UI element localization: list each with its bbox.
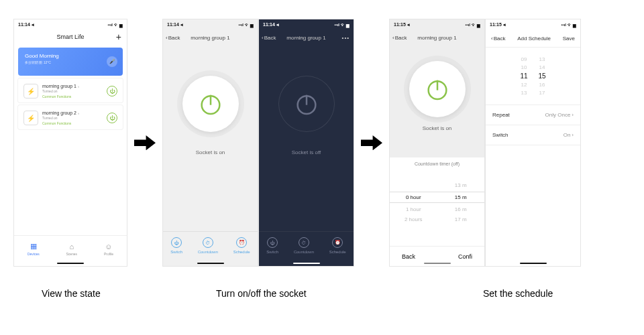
add-device-button[interactable]: +: [116, 31, 121, 42]
home-indicator: [424, 263, 451, 264]
phone-socket-off: 11:14 ◂ ••ılᯤ▆ ‹Back morning group 1 •••…: [258, 19, 354, 267]
tab-countdown[interactable]: ⏱Countdown: [294, 237, 314, 254]
app-title: Smart Life: [56, 34, 84, 40]
page-title: Add Schedule: [517, 36, 551, 42]
tab-switch[interactable]: ⏻Switch: [170, 237, 182, 254]
arrow-icon: [134, 135, 156, 150]
status-icons: ••ılᯤ▆: [107, 23, 123, 27]
power-icon: [424, 76, 451, 103]
countdown-label: Countdown timer (off): [390, 161, 484, 166]
home-indicator: [197, 263, 224, 264]
repeat-row[interactable]: Repeat Only Once›: [486, 105, 580, 125]
tab-schedule[interactable]: ⏰Schedule: [329, 237, 346, 254]
status-bar: 11:14 ◂ ••ılᯤ▆: [259, 19, 354, 30]
more-button[interactable]: •••: [342, 35, 350, 41]
greeting-text: Good Morning: [25, 53, 116, 59]
power-toggle[interactable]: [278, 76, 335, 132]
back-button[interactable]: ‹Back: [491, 36, 505, 42]
plug-icon: ⚡: [23, 84, 38, 98]
device-card-1[interactable]: ⚡ morning group 1› Turned on Common Func…: [18, 78, 123, 103]
power-toggle[interactable]: [182, 76, 239, 132]
status-bar: 11:14 ◂ ••ılᯤ▆: [14, 19, 127, 30]
device-header: ‹Back morning group 1 •••: [259, 30, 354, 45]
weather-sub: 多云转阴 图 12°C: [25, 60, 116, 64]
socket-state-label: Socket is off: [259, 149, 354, 155]
caption-schedule: Set the schedule: [483, 288, 553, 299]
tab-switch[interactable]: ⏻Switch: [266, 237, 278, 254]
chevron-left-icon: ‹: [262, 35, 264, 41]
back-button[interactable]: ‹Back: [262, 35, 276, 41]
socket-state-label: Socket is on: [390, 125, 484, 131]
weather-card[interactable]: ☀︎ Good Morning 多云转阴 图 12°C 🎤: [18, 48, 123, 76]
status-bar: 11:15 ◂ ••ılᯤ▆: [486, 19, 580, 30]
switch-row[interactable]: Switch On›: [486, 125, 580, 145]
caption-toggle: Turn on/off the socket: [216, 288, 307, 299]
repeat-label: Repeat: [492, 112, 510, 118]
status-bar: 11:14 ◂ ••ılᯤ▆: [163, 19, 258, 30]
schedule-header: ‹Back Add Schedule Save: [486, 30, 580, 48]
app-header: Smart Life +: [14, 30, 127, 44]
common-functions-link[interactable]: Common Functions: [42, 94, 103, 98]
power-toggle[interactable]: [409, 61, 466, 117]
arrow-icon: [361, 135, 382, 150]
bottom-tabs: ⏻Switch ⏱Countdown ⏰Schedule: [163, 231, 258, 266]
countdown-picker[interactable]: 0 hour 1 hour 2 hours 13 m 15 m 16 m 17 …: [390, 176, 484, 229]
device-power-button[interactable]: ⏻: [107, 113, 117, 123]
confirm-action[interactable]: Confi: [458, 253, 472, 260]
chevron-right-icon: ›: [572, 112, 574, 118]
device-power-button[interactable]: ⏻: [107, 86, 117, 96]
phone-home: 11:14 ◂ ••ılᯤ▆ Smart Life + ☀︎ Good Morn…: [13, 19, 127, 267]
switch-label: Switch: [492, 132, 508, 138]
chevron-right-icon: ›: [78, 84, 79, 88]
phone-countdown: 11:15 ◂ ••ılᯤ▆ ‹Back morning group 1 Soc…: [389, 19, 485, 267]
power-icon: [197, 90, 224, 117]
device-header: ‹Back morning group 1: [390, 30, 484, 45]
bottom-tabs: ⏻Switch ⏱Countdown ⏰Schedule: [259, 231, 354, 266]
device-header: ‹Back morning group 1: [163, 30, 258, 45]
back-button[interactable]: ‹Back: [392, 35, 407, 41]
time-picker[interactable]: 09 10 11 12 13 13 14 15 16 17: [486, 48, 580, 105]
home-indicator: [293, 263, 320, 264]
tab-profile[interactable]: ☺Profile: [104, 243, 113, 256]
back-button[interactable]: ‹Back: [166, 35, 180, 41]
chevron-right-icon: ›: [78, 111, 79, 115]
caption-view-state: View the state: [42, 288, 101, 299]
home-indicator: [57, 263, 84, 264]
back-action[interactable]: Back: [402, 253, 415, 260]
common-functions-link[interactable]: Common Functions: [42, 121, 103, 125]
save-button[interactable]: Save: [563, 36, 575, 42]
plug-icon: ⚡: [23, 111, 38, 125]
tab-devices[interactable]: ▦Devices: [28, 242, 40, 256]
status-bar: 11:15 ◂ ••ılᯤ▆: [390, 19, 484, 30]
socket-state-label: Socket is on: [163, 149, 258, 155]
device-card-2[interactable]: ⚡ morning group 2› Turned on Common Func…: [18, 105, 123, 129]
phone-add-schedule: 11:15 ◂ ••ılᯤ▆ ‹Back Add Schedule Save 0…: [485, 19, 581, 267]
tab-schedule[interactable]: ⏰Schedule: [233, 237, 250, 254]
power-icon: [293, 90, 320, 117]
tab-scenes[interactable]: ⌂Scenes: [66, 243, 77, 256]
home-indicator: [520, 263, 547, 264]
voice-button[interactable]: 🎤: [107, 56, 117, 67]
tab-countdown[interactable]: ⏱Countdown: [198, 237, 218, 254]
bottom-tabbar: ▦Devices ⌂Scenes ☺Profile: [14, 235, 127, 266]
chevron-right-icon: ›: [572, 132, 574, 138]
chevron-left-icon: ‹: [166, 35, 168, 41]
phone-socket-on: 11:14 ◂ ••ılᯤ▆ ‹Back morning group 1 Soc…: [162, 19, 258, 267]
